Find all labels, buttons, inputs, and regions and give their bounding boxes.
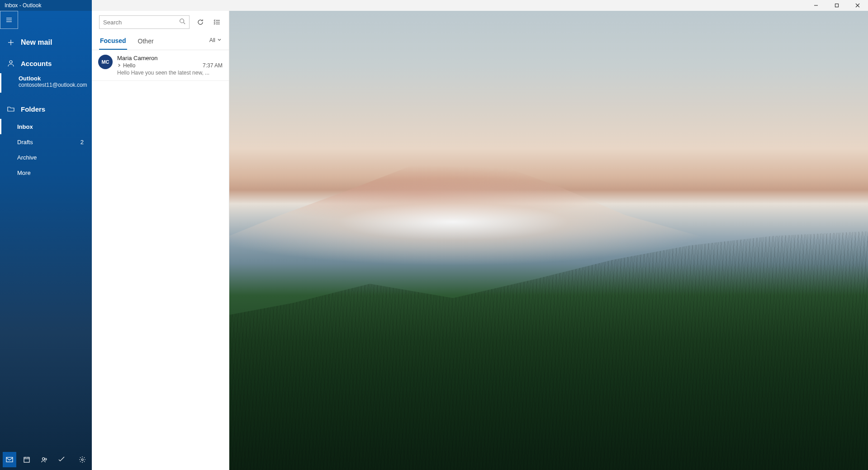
accounts-header[interactable]: Accounts bbox=[0, 53, 92, 73]
filter-dropdown[interactable]: All bbox=[209, 37, 222, 47]
folder-count: 2 bbox=[81, 139, 84, 146]
folder-inbox[interactable]: Inbox bbox=[0, 119, 92, 134]
chevron-down-icon bbox=[217, 37, 222, 43]
svg-point-18 bbox=[180, 19, 184, 23]
folder-label: Archive bbox=[17, 154, 37, 161]
mail-app-button[interactable] bbox=[3, 452, 16, 467]
filter-label: All bbox=[209, 37, 215, 43]
select-mode-button[interactable] bbox=[211, 16, 224, 28]
message-subject: Hello bbox=[123, 62, 135, 69]
account-item[interactable]: Outlook contosotest11@outlook.com bbox=[0, 73, 92, 93]
message-time: 7:37 AM bbox=[203, 62, 223, 69]
account-name: Outlook bbox=[19, 75, 87, 82]
folder-label: Inbox bbox=[17, 123, 33, 130]
new-mail-label: New mail bbox=[21, 38, 52, 47]
message-item[interactable]: MC Maria Cameron Hello 7:37 AM Hello Hav… bbox=[92, 50, 229, 81]
minimize-button[interactable] bbox=[806, 0, 826, 11]
search-input[interactable] bbox=[103, 19, 179, 26]
sync-button[interactable] bbox=[194, 16, 207, 28]
message-preview: Hello Have you seen the latest new, ... bbox=[117, 70, 223, 76]
folder-label: Drafts bbox=[17, 139, 33, 146]
chevron-right-icon bbox=[117, 62, 121, 69]
accounts-label: Accounts bbox=[21, 60, 52, 67]
settings-button[interactable] bbox=[76, 452, 89, 467]
message-sender: Maria Cameron bbox=[117, 55, 223, 61]
people-app-button[interactable] bbox=[37, 452, 51, 467]
svg-point-16 bbox=[45, 458, 47, 460]
svg-rect-10 bbox=[6, 457, 13, 462]
close-button[interactable] bbox=[847, 0, 868, 11]
svg-line-19 bbox=[184, 23, 185, 24]
inbox-tabs: Focused Other All bbox=[92, 31, 229, 50]
folder-label: More bbox=[17, 169, 31, 176]
hamburger-button[interactable] bbox=[0, 11, 18, 29]
folders-header[interactable]: Folders bbox=[0, 99, 92, 119]
maximize-button[interactable] bbox=[826, 0, 847, 11]
person-icon bbox=[6, 60, 15, 67]
plus-icon bbox=[6, 39, 15, 46]
account-email: contosotest11@outlook.com bbox=[19, 82, 87, 88]
svg-point-15 bbox=[42, 458, 44, 460]
folder-icon bbox=[6, 105, 15, 113]
avatar: MC bbox=[98, 55, 113, 69]
search-icon bbox=[179, 18, 185, 26]
svg-point-9 bbox=[9, 61, 12, 63]
sidebar-bottom-bar bbox=[0, 449, 92, 470]
message-list-pane: Focused Other All MC Maria Cameron Hello bbox=[92, 11, 229, 470]
new-mail-button[interactable]: New mail bbox=[0, 32, 92, 53]
window-controls bbox=[806, 0, 868, 11]
svg-rect-11 bbox=[24, 457, 29, 462]
sidebar: New mail Accounts Outlook contosotest11@… bbox=[0, 11, 92, 470]
folder-more[interactable]: More bbox=[0, 165, 92, 180]
svg-point-17 bbox=[81, 459, 83, 461]
reading-pane bbox=[229, 11, 868, 470]
folder-archive[interactable]: Archive bbox=[0, 150, 92, 165]
titlebar: Inbox - Outlook bbox=[0, 0, 868, 11]
svg-rect-1 bbox=[835, 4, 839, 7]
folder-drafts[interactable]: Drafts 2 bbox=[0, 134, 92, 150]
calendar-app-button[interactable] bbox=[20, 452, 33, 467]
list-toolbar bbox=[92, 11, 229, 31]
todo-app-button[interactable] bbox=[55, 452, 68, 467]
tab-other[interactable]: Other bbox=[137, 35, 155, 49]
search-box[interactable] bbox=[99, 15, 190, 29]
folders-label: Folders bbox=[21, 105, 45, 113]
tab-focused[interactable]: Focused bbox=[99, 34, 127, 50]
window-title: Inbox - Outlook bbox=[0, 2, 41, 9]
